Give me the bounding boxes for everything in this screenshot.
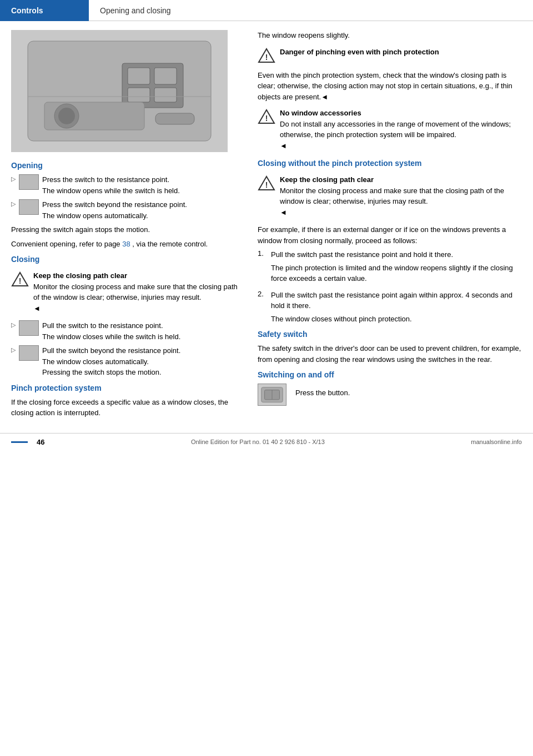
closing-item-2: ▷ Pull the switch beyond the resistance … bbox=[11, 345, 244, 378]
safety-switch-image bbox=[258, 384, 286, 406]
header-controls-label: Controls bbox=[0, 0, 89, 21]
svg-text:!: ! bbox=[265, 53, 268, 62]
closing-warning-title: Keep the closing path clear bbox=[33, 270, 244, 281]
step-1-num: 1. bbox=[258, 249, 266, 284]
opening-heading: Opening bbox=[11, 161, 244, 170]
steps-list: 1. Pull the switch past the resistance p… bbox=[258, 249, 522, 324]
step-2: 2. Pull the switch past the resistance p… bbox=[258, 290, 522, 325]
arrow-icon-2: ▷ bbox=[11, 200, 16, 208]
closing-warning-mark: ◄ bbox=[33, 304, 41, 313]
step-2-text: Pull the switch past the resistance poin… bbox=[271, 290, 522, 311]
no-accessories-text: Do not install any accessories in the ra… bbox=[280, 119, 522, 140]
svg-rect-4 bbox=[154, 68, 177, 84]
svg-rect-3 bbox=[128, 68, 150, 84]
step-2-sub: The window closes without pinch protecti… bbox=[271, 314, 522, 325]
pinch-heading: Pinch protection system bbox=[11, 384, 244, 392]
keep-clear-warning: ! Keep the closing path clear Monitor th… bbox=[258, 172, 522, 220]
main-content: Opening ▷ Press the switch to the resist… bbox=[0, 21, 533, 422]
opening-note1: Pressing the switch again stops the moti… bbox=[11, 224, 244, 235]
keep-clear-text: Monitor the closing process and make sur… bbox=[280, 185, 522, 207]
closing-item-1: ▷ Pull the switch to the resistance poin… bbox=[11, 320, 244, 342]
safety-switch-heading: Safety switch bbox=[258, 330, 522, 339]
footer-text: Online Edition for Part no. 01 40 2 926 … bbox=[191, 439, 325, 445]
closing-no-pinch-heading: Closing without the pinch protection sys… bbox=[258, 159, 522, 168]
opening-note2-text: Convenient opening, refer to page bbox=[11, 240, 120, 248]
svg-rect-7 bbox=[155, 113, 194, 124]
step-1-sub: The pinch protection is limited and the … bbox=[271, 263, 522, 284]
for-example-text: For example, if there is an external dan… bbox=[258, 224, 522, 246]
svg-point-10 bbox=[58, 108, 75, 124]
svg-text:!: ! bbox=[265, 180, 268, 189]
opening-page-link: 38 bbox=[122, 240, 130, 248]
keep-clear-content: Keep the closing path clear Monitor the … bbox=[280, 174, 522, 218]
svg-rect-6 bbox=[154, 88, 177, 102]
switching-heading: Switching on and off bbox=[258, 370, 522, 379]
closing-warning-content: Keep the closing path clear Monitor the … bbox=[33, 270, 244, 314]
opening-note2-suffix: , via the remote control. bbox=[132, 240, 208, 248]
danger-warning-icon: ! bbox=[258, 48, 275, 63]
svg-text:!: ! bbox=[19, 276, 22, 285]
section-text: Opening and closing bbox=[100, 6, 171, 15]
car-image bbox=[11, 30, 228, 152]
switch-icon-2 bbox=[19, 199, 39, 215]
danger-text: Even with the pinch protection system, c… bbox=[258, 70, 522, 103]
closing-warning: ! Keep the closing path clear Monitor th… bbox=[11, 268, 244, 316]
arrow-icon-1: ▷ bbox=[11, 175, 16, 183]
reopens-text: The window reopens slightly. bbox=[258, 30, 522, 41]
press-button-text: Press the button. bbox=[295, 387, 350, 399]
page-footer: 46 Online Edition for Part no. 01 40 2 9… bbox=[0, 433, 533, 451]
danger-warning-content: Danger of pinching even with pinch prote… bbox=[280, 47, 522, 58]
controls-text: Controls bbox=[11, 6, 43, 15]
no-accessories-content: No window accessories Do not install any… bbox=[280, 108, 522, 151]
warning-triangle-icon: ! bbox=[11, 271, 29, 287]
arrow-icon-4: ▷ bbox=[11, 346, 16, 354]
footer-logo: manualsonline.info bbox=[471, 439, 522, 445]
closing-warning-text: Monitor the closing process and make sur… bbox=[33, 281, 244, 303]
page-header: Controls Opening and closing bbox=[0, 0, 533, 21]
header-section-label: Opening and closing bbox=[89, 0, 533, 21]
closing-heading: Closing bbox=[11, 255, 244, 264]
press-button-row: Press the button. bbox=[258, 384, 522, 406]
page-number: 46 bbox=[37, 438, 44, 446]
step-1-content: Pull the switch past the resistance poin… bbox=[271, 249, 522, 284]
safety-switch-text: The safety switch in the driver's door c… bbox=[258, 343, 522, 365]
keep-clear-icon: ! bbox=[258, 175, 275, 191]
svg-text:!: ! bbox=[265, 114, 268, 123]
right-column: The window reopens slightly. ! Danger of… bbox=[258, 30, 522, 422]
switch-icon-3 bbox=[19, 320, 39, 336]
switch-icon-1 bbox=[19, 174, 39, 190]
opening-note2: Convenient opening, refer to page 38 , v… bbox=[11, 239, 244, 250]
no-accessories-title: No window accessories bbox=[280, 108, 522, 119]
svg-rect-5 bbox=[128, 88, 150, 102]
danger-title: Danger of pinching even with pinch prote… bbox=[280, 47, 522, 58]
arrow-icon-3: ▷ bbox=[11, 321, 16, 329]
step-1-text: Pull the switch past the resistance poin… bbox=[271, 249, 522, 260]
step-1: 1. Pull the switch past the resistance p… bbox=[258, 249, 522, 284]
danger-warning: ! Danger of pinching even with pinch pro… bbox=[258, 44, 522, 65]
no-accessories-warning: ! No window accessories Do not install a… bbox=[258, 105, 522, 153]
opening-text-2: Press the switch beyond the resistance p… bbox=[42, 199, 244, 221]
left-column: Opening ▷ Press the switch to the resist… bbox=[11, 30, 244, 422]
switch-icon-4 bbox=[19, 345, 39, 361]
closing-text-1: Pull the switch to the resistance point.… bbox=[42, 320, 244, 342]
closing-text-2: Pull the switch beyond the resistance po… bbox=[42, 345, 244, 378]
no-accessories-icon: ! bbox=[258, 109, 275, 124]
step-2-content: Pull the switch past the resistance poin… bbox=[271, 290, 522, 325]
step-2-num: 2. bbox=[258, 290, 266, 325]
pinch-text: If the closing force exceeds a specific … bbox=[11, 397, 244, 419]
opening-item-1: ▷ Press the switch to the resistance poi… bbox=[11, 174, 244, 196]
opening-item-2: ▷ Press the switch beyond the resistance… bbox=[11, 199, 244, 221]
footer-left: 46 bbox=[11, 438, 44, 446]
footer-bar bbox=[11, 441, 28, 443]
opening-text-1: Press the switch to the resistance point… bbox=[42, 174, 244, 196]
keep-clear-title: Keep the closing path clear bbox=[280, 174, 522, 185]
